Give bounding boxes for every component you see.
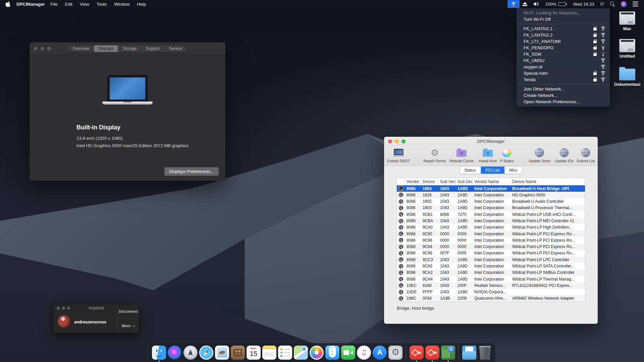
tab-overview[interactable]: Overview	[68, 45, 94, 52]
wifi-network-item[interactable]: Tenda	[517, 76, 610, 83]
disconnect-button[interactable]: Disconnect	[117, 304, 139, 319]
toolbar-install-kext[interactable]: ⚙Install Kext	[479, 147, 497, 163]
dock-item-reminders[interactable]	[278, 346, 292, 360]
app-menu-title[interactable]: DPCIManager	[16, 2, 45, 7]
dock-item-contacts[interactable]	[231, 346, 245, 360]
wifi-network-item[interactable]: FK_LANTAI2.2	[517, 32, 610, 38]
table-row[interactable]: 8086160310431A9DIntel CorporationBroadwe…	[397, 205, 585, 211]
dock-item-dpcimanager[interactable]	[441, 346, 455, 360]
wifi-network-item[interactable]: FK_LT2_ANATOMI	[517, 38, 610, 45]
dock-item-maps[interactable]	[294, 346, 308, 360]
table-row[interactable]: 80869C98007F0000Intel CorporationWildcat…	[397, 250, 585, 256]
table-row[interactable]: 80869CBA10431A9DIntel CorporationWildcat…	[397, 218, 585, 224]
menu-window[interactable]: Window	[110, 2, 133, 7]
dock-item-safari[interactable]	[199, 346, 213, 360]
desktop-icon-dokumentasi[interactable]: Dokumentasi	[612, 66, 643, 87]
tab-support[interactable]: Support	[142, 45, 165, 52]
toolbar-submit-list[interactable]: Submit List	[577, 147, 595, 163]
minimize-button[interactable]	[62, 307, 65, 310]
toolbar-update-seed[interactable]: Update Seed	[529, 147, 550, 163]
toolbar-p-states[interactable]: P States	[500, 147, 514, 163]
zoom-button[interactable]	[401, 139, 406, 143]
table-row[interactable]: 80869CB180867270Intel CorporationWildcat…	[397, 211, 585, 218]
wifi-network-item[interactable]: FK_PENDOPO	[517, 45, 610, 51]
table-row[interactable]: 8086160410431A9DIntel CorporationBroadwe…	[397, 185, 585, 192]
minimize-button[interactable]	[395, 139, 399, 143]
wifi-action-open-network-preferences[interactable]: Open Network Preferences...	[517, 99, 610, 105]
dock-item-app-store[interactable]	[373, 346, 387, 360]
siri-button[interactable]	[618, 0, 630, 8]
toolbar-repair-perms[interactable]: ⚙Repair Perms	[423, 147, 446, 163]
tab-pci-list[interactable]: PCI List	[481, 167, 504, 174]
wifi-action-create-network[interactable]: Create Network...	[517, 92, 610, 99]
minimize-button[interactable]	[40, 47, 44, 51]
dock-item-system-preferences[interactable]	[388, 346, 402, 360]
dock-item-trash[interactable]	[478, 346, 492, 360]
toolbar-update-ids[interactable]: Update IDs	[555, 147, 573, 163]
toolbar-extract-dsdt[interactable]: Extract DSDT	[387, 147, 410, 163]
close-button[interactable]	[57, 307, 60, 310]
menu-help[interactable]: Help	[133, 2, 150, 7]
dock-item-photos[interactable]	[310, 346, 324, 360]
dock-item-launchpad[interactable]	[183, 346, 198, 360]
wifi-menu-extra[interactable]	[507, 0, 520, 8]
menu-edit[interactable]: Edit	[61, 2, 76, 7]
table-row[interactable]: 80869CA410431A9DIntel CorporationWildcat…	[397, 276, 585, 282]
menubar-clock[interactable]: Wed 16.33	[570, 2, 598, 7]
menu-file[interactable]: File	[47, 2, 61, 7]
wifi-action-join-other-network[interactable]: Join Other Network...	[517, 86, 610, 92]
dock-item-anydesk[interactable]	[410, 346, 424, 360]
desktop-icon-mac[interactable]: Mac	[612, 11, 643, 31]
wifi-network-item[interactable]: FK_SDM	[517, 51, 610, 57]
dock-item-facetime[interactable]	[341, 346, 355, 360]
displays-preferences-button[interactable]: Displays Preferences...	[164, 167, 219, 176]
table-row[interactable]: 80869C8310431A9DIntel CorporationWildcat…	[397, 263, 585, 269]
wifi-network-item[interactable]: FK_UMSU	[517, 57, 610, 64]
desktop-icon-untitled[interactable]: Untitled	[612, 39, 643, 59]
table-row[interactable]: 80869C9000000000Intel CorporationWildcat…	[397, 231, 585, 237]
close-button[interactable]	[34, 47, 38, 51]
table-row[interactable]: 80869CA010431A9DIntel CorporationWildcat…	[397, 224, 585, 231]
eject-icon[interactable]	[520, 0, 530, 8]
input-source-indicator[interactable]: IT	[597, 2, 607, 7]
table-row[interactable]: 8086160C10431A9DIntel CorporationBroadwe…	[397, 198, 585, 205]
dock-item-documents[interactable]	[462, 346, 476, 360]
wifi-toggle-item[interactable]: Turn Wi-Fi Off	[517, 16, 610, 22]
apple-menu[interactable]	[5, 1, 10, 7]
dock-item-messages[interactable]	[325, 346, 339, 360]
table-row[interactable]: 80869C9400000000Intel CorporationWildcat…	[397, 244, 585, 250]
spotlight-button[interactable]	[607, 0, 618, 8]
menu-view[interactable]: View	[76, 2, 93, 7]
about-titlebar[interactable]: OverviewDisplaysStorageSupportService	[30, 42, 225, 55]
table-row[interactable]: 8086162610431A9DIntel CorporationHD Grap…	[397, 192, 585, 198]
table-row[interactable]: 10DEFFFF10431A9DNVIDIA Corpora...	[397, 289, 585, 295]
table-row[interactable]: 80869CC310431A9DIntel CorporationWildcat…	[397, 256, 585, 263]
tab-service[interactable]: Service	[165, 45, 187, 52]
tab-displays[interactable]: Displays	[94, 45, 118, 52]
zoom-button[interactable]	[67, 307, 70, 310]
wifi-network-item[interactable]: FK_LANTAI2.1	[517, 25, 610, 32]
dock-item-calendar[interactable]: MAY15	[247, 346, 261, 360]
dock-item-finder[interactable]	[152, 346, 166, 360]
tab-status[interactable]: Status	[460, 167, 481, 174]
zoom-button[interactable]	[47, 47, 51, 51]
wifi-network-item[interactable]: oxygen.id	[517, 64, 610, 70]
volume-icon[interactable]	[530, 0, 542, 8]
notification-center-button[interactable]	[630, 0, 644, 8]
dock-item-itunes[interactable]	[357, 346, 371, 360]
tab-storage[interactable]: Storage	[118, 45, 142, 52]
toolbar-rebuild-cache[interactable]: ⚙Rebuild Cache	[449, 147, 474, 163]
dock-item-siri[interactable]	[168, 346, 182, 360]
close-button[interactable]	[388, 139, 392, 143]
table-row[interactable]: 168C00341A3B2208Qualcomm Athe...AR9462 W…	[397, 295, 585, 302]
table-row[interactable]: 80869CA210431A9DIntel CorporationWildcat…	[397, 269, 585, 276]
menu-tools[interactable]: Tools	[93, 2, 110, 7]
tab-misc[interactable]: Misc	[504, 167, 522, 174]
wifi-network-item[interactable]: Special Adm	[517, 70, 610, 76]
dpci-titlebar[interactable]: DPCIManager	[384, 137, 598, 146]
dock-item-notes[interactable]	[262, 346, 276, 360]
dock-item-mail[interactable]	[215, 346, 229, 360]
more-button[interactable]: More	[117, 319, 139, 333]
dock-item-anydesk[interactable]	[425, 346, 439, 360]
table-row[interactable]: 10EC81681043200FRealtek Semico...RTL8111…	[397, 282, 585, 289]
